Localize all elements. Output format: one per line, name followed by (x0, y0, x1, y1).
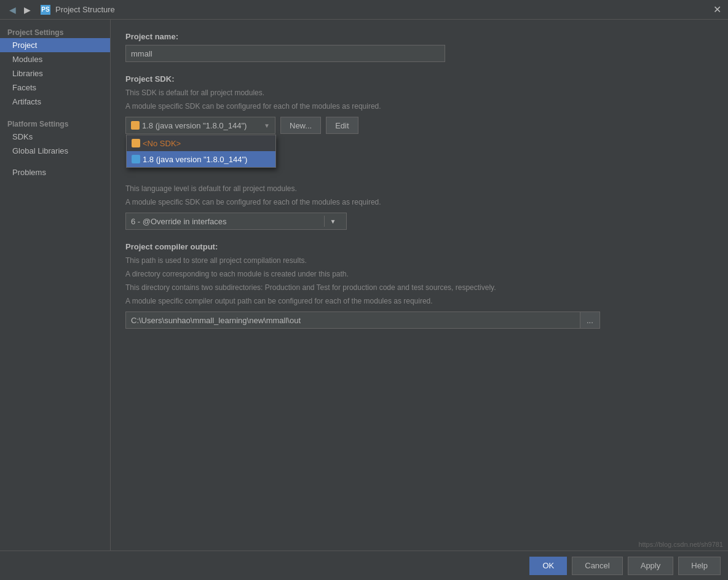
sidebar-item-facets[interactable]: Facets (0, 80, 110, 95)
sidebar-item-global-libraries[interactable]: Global Libraries (0, 144, 110, 158)
sidebar-item-modules[interactable]: Modules (0, 52, 110, 66)
help-button[interactable]: Help (678, 557, 721, 575)
bottom-bar: OK Cancel Apply Help (0, 551, 728, 580)
sidebar-item-libraries[interactable]: Libraries (0, 66, 110, 80)
language-row: 6 - @Override in interfaces ▼ (125, 213, 713, 230)
project-sdk-group: Project SDK: This SDK is default for all… (125, 74, 713, 134)
project-name-input[interactable] (125, 45, 445, 62)
compiler-output-label: Project compiler output: (125, 242, 713, 251)
back-button[interactable]: ◀ (6, 4, 18, 16)
sdk-dropdown-popup: <No SDK> 1.8 (java version "1.8.0_144") (126, 135, 276, 168)
project-settings-section: Project Settings (0, 25, 110, 38)
language-level-group: This language level is default for all p… (125, 183, 713, 230)
project-name-label: Project name: (125, 32, 713, 41)
sidebar-item-sdks[interactable]: SDKs (0, 130, 110, 144)
sdk-dropdown[interactable]: 1.8 (java version "1.8.0_144") ▼ <No SDK… (125, 117, 275, 134)
compiler-output-input[interactable] (125, 312, 580, 329)
cancel-button[interactable]: Cancel (572, 557, 622, 575)
project-name-group: Project name: (125, 32, 713, 62)
sidebar-item-project[interactable]: Project (0, 38, 110, 52)
no-sdk-label: <No SDK> (143, 139, 181, 148)
watermark: https://blog.csdn.net/sh9781 (638, 541, 723, 548)
project-sdk-label: Project SDK: (125, 74, 713, 84)
apply-button[interactable]: Apply (628, 557, 674, 575)
platform-settings-section: Platform Settings (0, 116, 110, 130)
java18-icon (132, 155, 140, 163)
content-area: Project name: Project SDK: This SDK is d… (111, 20, 728, 551)
compiler-desc4: A module specific compiler output path c… (125, 296, 713, 307)
close-button[interactable]: ✕ (712, 5, 722, 15)
lang-desc2: A module specific SDK can be configured … (125, 197, 713, 208)
sdk-desc2: A module specific SDK can be configured … (125, 101, 713, 112)
ok-button[interactable]: OK (529, 557, 567, 575)
browse-button[interactable]: ... (580, 312, 600, 329)
window-icon: PS (41, 5, 50, 15)
sdk-option-java18[interactable]: 1.8 (java version "1.8.0_144") (127, 151, 275, 167)
main-content: Project Settings Project Modules Librari… (0, 20, 728, 551)
title-bar: ◀ ▶ PS Project Structure ✕ (0, 0, 728, 20)
nav-buttons: ◀ ▶ (6, 4, 33, 16)
sidebar-item-problems[interactable]: Problems (0, 165, 110, 179)
sdk-row: 1.8 (java version "1.8.0_144") ▼ <No SDK… (125, 117, 713, 134)
sidebar: Project Settings Project Modules Librari… (0, 20, 111, 551)
sdk-edit-button[interactable]: Edit (326, 117, 358, 134)
sidebar-item-artifacts[interactable]: Artifacts (0, 95, 110, 109)
dialog-window: ◀ ▶ PS Project Structure ✕ Project Setti… (0, 0, 728, 580)
compiler-desc3: This directory contains two subdirectori… (125, 282, 713, 293)
sdk-new-button[interactable]: New... (280, 117, 321, 134)
forward-button[interactable]: ▶ (21, 4, 33, 16)
java18-label: 1.8 (java version "1.8.0_144") (143, 155, 247, 164)
sdk-desc1: This SDK is default for all project modu… (125, 87, 713, 98)
compiler-output-row: ... (125, 312, 713, 329)
java-sdk-icon (131, 121, 140, 130)
compiler-desc2: A directory corresponding to each module… (125, 268, 713, 280)
language-dropdown-arrow-icon: ▼ (324, 216, 341, 227)
sdk-selected-text: 1.8 (java version "1.8.0_144") (142, 121, 247, 130)
compiler-desc1: This path is used to store all project c… (125, 255, 713, 266)
language-level-text: 6 - @Override in interfaces (131, 217, 227, 226)
language-dropdown[interactable]: 6 - @Override in interfaces ▼ (125, 213, 347, 230)
sdk-option-no-sdk[interactable]: <No SDK> (127, 135, 275, 151)
sdk-dropdown-arrow-icon: ▼ (264, 122, 270, 129)
compiler-output-group: Project compiler output: This path is us… (125, 242, 713, 329)
window-title: Project Structure (55, 5, 712, 14)
lang-desc1: This language level is default for all p… (125, 183, 713, 194)
no-sdk-icon (132, 139, 140, 147)
